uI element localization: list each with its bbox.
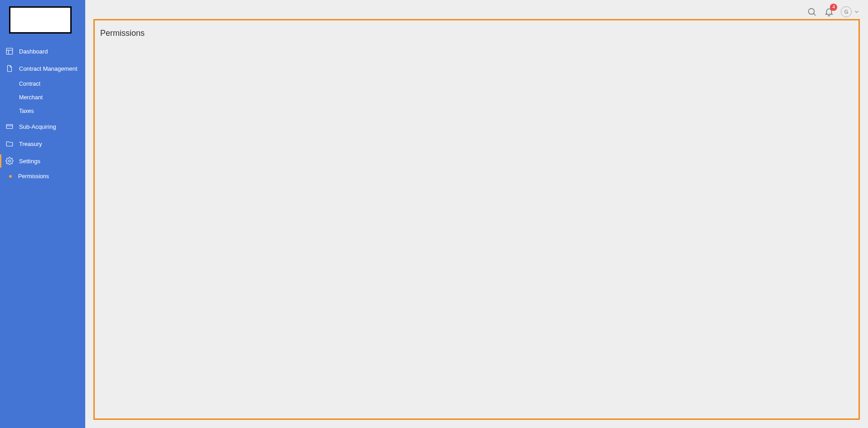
search-button[interactable]: [806, 6, 817, 17]
svg-rect-3: [6, 125, 13, 129]
svg-line-7: [814, 14, 815, 15]
sidebar-nav: Dashboard Contract Management Contract M…: [0, 40, 85, 183]
svg-point-6: [809, 9, 815, 15]
sidebar: Dashboard Contract Management Contract M…: [0, 0, 85, 428]
page-title: Permissions: [100, 29, 853, 38]
content-panel: Permissions: [93, 19, 860, 420]
avatar: G: [841, 6, 852, 17]
logo-area: [0, 0, 85, 40]
sidebar-item-label: Contract Management: [19, 65, 78, 72]
notification-badge: 4: [830, 4, 837, 11]
avatar-initial: G: [844, 9, 849, 15]
sidebar-item-settings[interactable]: Settings: [0, 152, 85, 170]
logo-placeholder: [9, 6, 72, 34]
sidebar-item-label: Settings: [19, 158, 40, 165]
sidebar-item-treasury[interactable]: Treasury: [0, 135, 85, 152]
sidebar-sub-contract-management: Contract Merchant Taxes: [0, 77, 85, 118]
svg-point-5: [9, 160, 11, 162]
notifications-button[interactable]: 4: [824, 6, 834, 17]
sidebar-subitem-merchant[interactable]: Merchant: [0, 91, 85, 104]
sidebar-item-label: Dashboard: [19, 48, 48, 55]
sidebar-subitem-label: Merchant: [19, 94, 43, 101]
dashboard-icon: [5, 47, 14, 55]
document-icon: [5, 64, 14, 73]
chevron-down-icon: [853, 9, 860, 15]
active-dot-icon: [9, 175, 12, 178]
sidebar-subitem-taxes[interactable]: Taxes: [0, 104, 85, 118]
main-area: 4 G Permissions: [85, 0, 868, 428]
sidebar-item-label: Treasury: [19, 141, 42, 147]
sidebar-item-label: Sub-Acquiring: [19, 123, 56, 130]
sidebar-sub-settings: Permissions: [0, 170, 85, 183]
sidebar-subitem-contract[interactable]: Contract: [0, 77, 85, 91]
sidebar-subitem-label: Contract: [19, 81, 40, 87]
search-icon: [807, 7, 817, 17]
folder-icon: [5, 140, 14, 148]
user-menu[interactable]: G: [841, 6, 860, 17]
topbar: 4 G: [85, 0, 868, 19]
card-icon: [5, 122, 14, 131]
sidebar-subitem-permissions[interactable]: Permissions: [0, 170, 85, 183]
sidebar-subitem-label: Taxes: [19, 108, 34, 114]
sidebar-item-contract-management[interactable]: Contract Management: [0, 60, 85, 77]
svg-rect-0: [6, 48, 13, 54]
sidebar-subitem-label: Permissions: [18, 173, 49, 180]
gear-icon: [5, 157, 14, 165]
sidebar-item-dashboard[interactable]: Dashboard: [0, 43, 85, 60]
sidebar-item-sub-acquiring[interactable]: Sub-Acquiring: [0, 118, 85, 135]
